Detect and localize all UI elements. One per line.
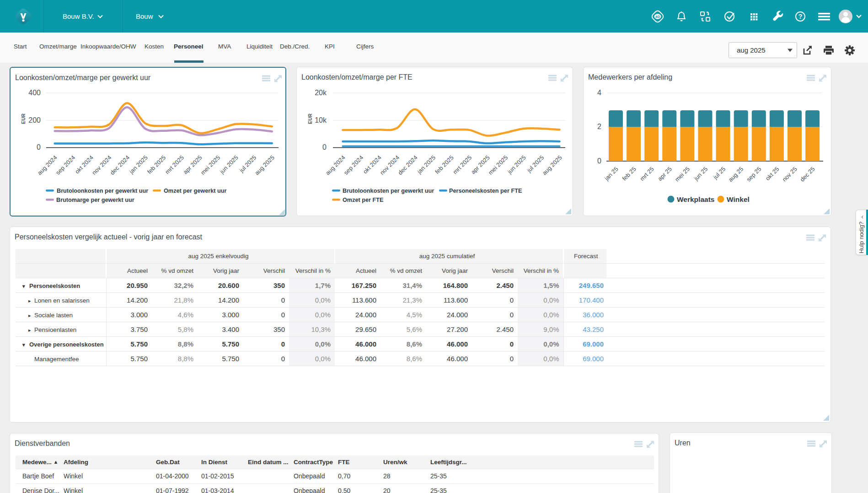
svg-text:20k: 20k xyxy=(315,89,327,97)
svg-text:jun 25: jun 25 xyxy=(692,166,709,182)
svg-text:EUR: EUR xyxy=(21,113,26,124)
svg-text:10k: 10k xyxy=(315,116,327,124)
svg-text:Winkel: Winkel xyxy=(727,195,750,203)
svg-text:jun 2025: jun 2025 xyxy=(218,154,240,176)
svg-text:0: 0 xyxy=(322,143,327,151)
svg-text:jul 25: jul 25 xyxy=(712,166,727,181)
svg-text:Omzet per FTE: Omzet per FTE xyxy=(343,197,384,203)
svg-text:feb 2025: feb 2025 xyxy=(146,154,167,175)
svg-text:0: 0 xyxy=(597,157,601,165)
svg-text:Werkplaats: Werkplaats xyxy=(677,195,714,203)
svg-text:Personeelskosten per FTE: Personeelskosten per FTE xyxy=(449,188,522,194)
svg-text:mei 2025: mei 2025 xyxy=(487,154,509,176)
svg-text:EUR: EUR xyxy=(307,113,313,124)
svg-text:aug 2025: aug 2025 xyxy=(253,154,276,177)
svg-text:feb 2025: feb 2025 xyxy=(434,154,455,175)
svg-text:400: 400 xyxy=(28,89,41,97)
svg-text:dec 2024: dec 2024 xyxy=(396,154,418,176)
svg-text:jan 2025: jan 2025 xyxy=(416,154,437,176)
svg-text:mei 2025: mei 2025 xyxy=(199,154,221,176)
svg-text:aug 2024: aug 2024 xyxy=(36,154,59,177)
svg-text:200: 200 xyxy=(28,116,41,124)
svg-text:Omzet per gewerkt uur: Omzet per gewerkt uur xyxy=(164,188,227,194)
svg-text:mrt 2025: mrt 2025 xyxy=(164,154,185,176)
svg-text:nov 2024: nov 2024 xyxy=(379,154,401,176)
svg-text:jan 2025: jan 2025 xyxy=(128,154,149,176)
svg-text:Brutoloonkosten per gewerkt uu: Brutoloonkosten per gewerkt uur xyxy=(57,188,148,194)
svg-text:Brutoloonkosten per gewerkt uu: Brutoloonkosten per gewerkt uur xyxy=(343,188,434,194)
svg-text:okt 25: okt 25 xyxy=(764,166,781,182)
svg-text:2: 2 xyxy=(597,123,601,130)
svg-text:dec 2024: dec 2024 xyxy=(109,154,131,176)
svg-text:sep 25: sep 25 xyxy=(745,166,762,183)
svg-text:jan 25: jan 25 xyxy=(603,166,619,182)
svg-text:sep 2024: sep 2024 xyxy=(54,154,76,176)
svg-text:sep 2024: sep 2024 xyxy=(343,154,364,176)
svg-text:mei 25: mei 25 xyxy=(674,166,691,183)
svg-text:dec 25: dec 25 xyxy=(799,166,816,183)
svg-text:nov 2024: nov 2024 xyxy=(91,154,113,176)
svg-text:aug 2025: aug 2025 xyxy=(541,154,563,177)
svg-text:?: ? xyxy=(798,13,803,20)
svg-text:mrt 2025: mrt 2025 xyxy=(451,154,473,176)
svg-text:0: 0 xyxy=(37,143,41,151)
svg-text:apr 25: apr 25 xyxy=(656,166,673,183)
svg-text:aug 2024: aug 2024 xyxy=(324,154,347,177)
svg-text:aug 25: aug 25 xyxy=(727,166,745,184)
svg-text:jun 2025: jun 2025 xyxy=(506,154,527,176)
svg-text:4: 4 xyxy=(597,89,601,97)
svg-text:mrt 25: mrt 25 xyxy=(638,166,655,183)
svg-text:nov 25: nov 25 xyxy=(781,166,798,183)
svg-text:feb 25: feb 25 xyxy=(621,166,638,182)
svg-text:AD: AD xyxy=(655,15,660,18)
svg-text:Brutomarge per gewerkt uur: Brutomarge per gewerkt uur xyxy=(56,197,134,203)
